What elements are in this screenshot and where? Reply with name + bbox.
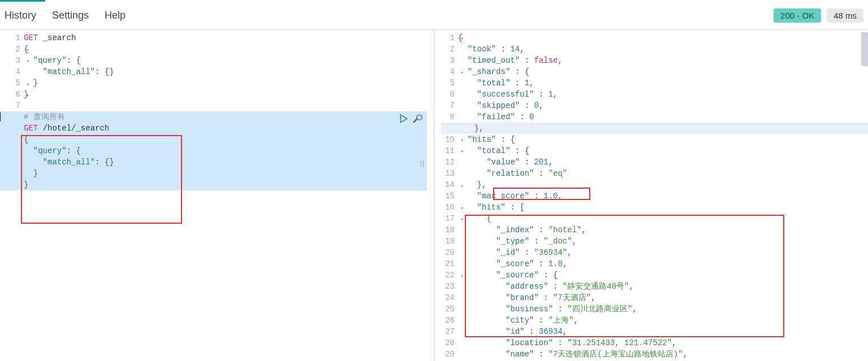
code-line[interactable]: "_type" : "_doc", [458,236,861,247]
response-viewer[interactable]: 1▾234▾56789▴10▾11▾121314▴1516▾17▾1819202… [434,30,868,361]
code-line[interactable]: "id" : 36934, [458,326,861,337]
code-line[interactable]: "match_all": {} [0,156,427,168]
code-line[interactable]: { [458,213,861,224]
token [24,169,33,178]
response-code[interactable]: { "took" : 14, "timed_out" : false, "_sh… [458,32,861,360]
request-editor[interactable]: 12▾3▾45▴6▴78910▾11▾1213▴14▴ GET _search{… [0,30,434,361]
code-line[interactable]: "location" : "31.251433, 121.47522", [458,337,861,349]
token [458,180,477,189]
code-line[interactable]: { [0,134,427,145]
token: : [553,305,567,314]
token [465,124,474,133]
code-line[interactable]: "address" : "静安交通路40号", [458,281,861,292]
token: # 查询所有 [24,112,65,121]
code-line[interactable]: } [24,77,427,89]
line-number: 11▾ [434,145,458,156]
token [458,305,506,314]
code-line[interactable]: } [0,168,427,179]
code-line[interactable]: } [24,89,427,100]
code-line[interactable]: { [458,32,861,44]
code-line[interactable]: "query": { [0,145,427,156]
code-line[interactable]: "_shards" : { [458,66,861,77]
token: "_doc" [543,237,572,246]
token: : [534,225,548,234]
token: } [33,79,38,88]
code-line[interactable]: GET _search [24,32,427,44]
code-line[interactable]: }, [441,123,868,134]
token: : [534,316,548,325]
token: "36934" [534,248,567,257]
token: , [549,158,553,167]
token: "failed" [477,112,515,121]
code-line[interactable]: "total" : { [458,145,861,156]
token [458,67,468,76]
token: "_source" [496,271,539,280]
code-line[interactable]: "match_all": {} [24,66,427,77]
token: "relation" [486,169,534,178]
code-line[interactable]: "_source" : { [458,269,861,281]
token: : [549,282,563,291]
code-line[interactable]: "max_score" : 1.0, [458,190,861,202]
code-line[interactable]: "took" : 14, [458,44,861,55]
token: : [515,112,529,121]
play-icon[interactable] [399,114,409,124]
token: , [632,305,637,314]
code-line[interactable]: "city" : "上海", [458,315,861,326]
token: : [525,327,539,336]
code-line[interactable]: "business" : "四川北路商业区", [458,303,861,315]
code-line[interactable]: "skipped" : 0, [458,100,861,111]
scrollbar[interactable] [861,32,868,361]
menu-help[interactable]: Help [105,10,126,21]
code-line[interactable]: "total" : 1, [458,77,861,89]
code-line[interactable]: "hits" : { [458,134,861,145]
token: "name" [506,350,534,359]
token: : { [539,271,558,280]
token: "value" [486,158,520,167]
line-number: 6▴ [0,89,24,100]
code-line[interactable]: "_id" : "36934", [458,247,861,258]
token: 201 [534,158,548,167]
code-line[interactable] [24,100,427,111]
token: , [563,327,567,336]
wrench-icon[interactable] [412,114,422,124]
code-line[interactable]: "name" : "7天连锁酒店(上海宝山路地铁站店)", [458,349,861,360]
token: , [558,192,562,201]
token: "location" [506,338,553,347]
code-line[interactable]: "query": { [24,55,427,66]
menu-settings[interactable]: Settings [52,10,89,21]
token: 1.0 [549,259,563,268]
code-line[interactable]: { [24,44,427,55]
token: : { [510,146,529,155]
line-number: 3▾ [0,55,24,66]
code-line[interactable]: "value" : 201, [458,156,861,168]
code-line[interactable]: } [0,179,427,190]
token: "hits" [468,135,496,144]
code-line[interactable]: "failed" : 0 [458,111,861,123]
token: { [24,45,28,54]
code-line[interactable]: "_score" : 1.0, [458,258,861,269]
token [458,79,477,88]
scrollbar-thumb[interactable] [861,32,868,66]
code-line[interactable]: "timed_out" : false, [458,55,861,66]
code-line[interactable]: # 查询所有 [0,111,427,123]
code-line[interactable]: GET /hotel/_search [0,123,427,134]
token: : [520,56,534,65]
line-number: 6 [434,89,458,100]
code-line[interactable]: "brand" : "7天酒店", [458,292,861,303]
pane-divider-handle[interactable]: || [416,158,427,169]
code-line[interactable]: "successful" : 1, [458,89,861,100]
token: "_type" [496,237,529,246]
token [24,158,43,167]
code-line[interactable]: "_index" : "hotel", [458,224,861,236]
token [458,214,486,223]
request-code[interactable]: GET _search{ "query": { "match_all": {} … [24,32,427,190]
token: : [534,259,548,268]
code-line[interactable]: }, [458,179,861,190]
token: , [567,248,572,257]
menu-history[interactable]: History [5,10,36,21]
code-line[interactable]: "relation" : "eq" [458,168,861,179]
token [38,33,42,42]
token [458,316,506,325]
code-line[interactable]: "hits" : [ [458,202,861,213]
token [458,158,486,167]
